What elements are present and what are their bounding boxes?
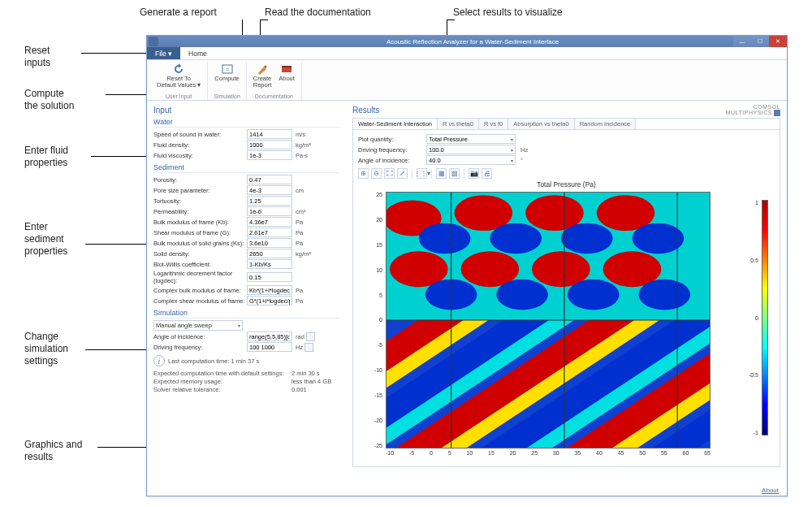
zoom-box-icon[interactable]: ⛶: [384, 168, 395, 179]
grid-3d-icon[interactable]: ▧: [449, 168, 460, 179]
field-input[interactable]: [247, 296, 292, 306]
menu-file[interactable]: File ▾: [147, 47, 180, 59]
results-panel: Results COMSOL MULTIPHYSICS Water-Sedime…: [346, 101, 787, 496]
result-tab[interactable]: Absorption vs theta0: [508, 119, 574, 129]
footer-about-link[interactable]: About: [762, 487, 779, 494]
plot-area: Total Pressure (Pa) 2520151050-5-10-15-2…: [358, 180, 775, 465]
compute-icon: =: [221, 63, 234, 75]
last-computation-label: Last computation time: 1 min 37 s: [168, 358, 259, 365]
field-row: Complex shear modulus of frame:Pa: [153, 296, 339, 306]
field-row: Bulk modulus of solid grains (Ks):Pa: [153, 238, 339, 248]
control-select[interactable]: 40.0: [426, 155, 516, 165]
field-row: Logarithmic decrement factor (logdec):: [153, 270, 339, 284]
field-label: Permeability:: [153, 208, 247, 215]
control-unit: °: [520, 157, 523, 164]
field-input[interactable]: [247, 272, 292, 282]
annotation-compute: Compute the solution: [24, 88, 74, 112]
field-row: Bulk modulus of frame (Kb):Pa: [153, 217, 339, 227]
field-unit: cm²: [296, 208, 306, 215]
control-select[interactable]: Total Pressure: [426, 134, 516, 144]
field-row: Permeability:cm²: [153, 206, 339, 216]
field-row: Driving frequency:Hz: [153, 342, 339, 352]
zoom-in-icon[interactable]: ⊕: [358, 168, 369, 179]
svg-point-33: [638, 280, 690, 310]
field-unit: Hz: [296, 344, 303, 351]
field-unit: m/s: [296, 131, 305, 138]
annotation-docs: Read the documentation: [265, 6, 371, 19]
ribbon-group-label: User Input: [153, 93, 204, 100]
zoom-out-icon[interactable]: ⊖: [371, 168, 382, 179]
colorbar: [762, 200, 768, 436]
result-tab[interactable]: R vs f0: [479, 119, 508, 129]
control-label: Driving frequency:: [358, 146, 421, 154]
maximize-button[interactable]: ☐: [751, 36, 769, 47]
reset-button[interactable]: Reset To Default Values ▾: [153, 62, 204, 93]
field-unit: Pa: [296, 219, 303, 226]
field-input[interactable]: [247, 217, 292, 227]
window-title: Acoustic Reflection Analyzer for a Water…: [158, 38, 787, 46]
grid-2d-icon[interactable]: ▦: [436, 168, 447, 179]
field-input[interactable]: [247, 206, 292, 216]
field-label: Angle of incidence:: [153, 333, 247, 340]
field-label: Speed of sound in water:: [153, 131, 247, 138]
svg-point-31: [496, 280, 548, 310]
field-input[interactable]: [247, 259, 292, 269]
print-icon[interactable]: 🖨: [482, 168, 492, 179]
y-axis: 2520151050-5-10-15-20-25: [366, 192, 382, 448]
result-tab[interactable]: R vs theta0: [438, 119, 479, 129]
result-tab[interactable]: Water-Sediment Interaction: [353, 119, 438, 129]
simulation-header: Simulation: [153, 309, 339, 318]
menu-home[interactable]: Home: [180, 47, 215, 59]
results-title: Results: [352, 106, 780, 115]
field-label: Complex bulk modulus of frame:: [153, 287, 247, 294]
field-row: Speed of sound in water:m/s: [153, 129, 339, 139]
field-label: Pore size parameter:: [153, 187, 247, 194]
svg-point-23: [490, 223, 542, 254]
meta-label: Expected memory usage:: [153, 378, 292, 385]
about-button[interactable]: About: [275, 62, 298, 93]
field-input[interactable]: [247, 332, 292, 341]
control-select[interactable]: 100.0: [426, 145, 516, 154]
axes-icon[interactable]: ⋮⋮▾: [417, 168, 427, 179]
field-input[interactable]: [247, 185, 292, 195]
field-row: Angle of incidence:rad: [153, 332, 339, 341]
svg-point-24: [561, 223, 613, 254]
result-tab[interactable]: Random Incidence: [575, 119, 637, 129]
field-action-button[interactable]: [304, 343, 313, 352]
field-input[interactable]: [247, 285, 292, 295]
field-label: Logarithmic decrement factor (logdec):: [153, 270, 247, 284]
snapshot-icon[interactable]: 📷: [469, 168, 479, 179]
chart-canvas[interactable]: [386, 192, 710, 448]
plot-toolbar: ⊕ ⊖ ⛶ ⤢ ⋮⋮▾ ▦ ▧ 📷 🖨: [358, 168, 775, 179]
field-input[interactable]: [247, 140, 292, 150]
field-unit: Pa·s: [296, 152, 308, 159]
annotation-fluid: Enter fluid properties: [24, 145, 68, 169]
colorbar-labels: 10.50-0.5-1: [749, 200, 758, 436]
field-input[interactable]: [247, 196, 292, 206]
field-input[interactable]: [247, 129, 292, 139]
annotation-sim: Change simulation settings: [24, 331, 68, 367]
field-input[interactable]: [247, 228, 292, 237]
field-input[interactable]: [247, 342, 292, 352]
field-unit: Pa: [296, 229, 303, 236]
control-unit: Hz: [520, 146, 528, 154]
reset-icon: [172, 63, 185, 75]
field-row: Complex bulk modulus of frame:Pa: [153, 285, 339, 295]
field-input[interactable]: [247, 175, 292, 184]
compute-button[interactable]: = Compute: [211, 62, 242, 93]
annotation-sediment: Enter sediment properties: [24, 221, 67, 258]
control-label: Plot quantity:: [358, 136, 421, 143]
field-input[interactable]: [247, 238, 292, 248]
field-input[interactable]: [247, 249, 292, 258]
create-report-button[interactable]: Create Report: [250, 62, 275, 93]
minimize-button[interactable]: —: [733, 36, 751, 47]
field-action-button[interactable]: [306, 332, 315, 341]
sim-mode-select[interactable]: Manual angle sweep: [153, 320, 243, 331]
titlebar: Acoustic Reflection Analyzer for a Water…: [147, 36, 787, 47]
sediment-header: Sediment: [153, 163, 339, 173]
menubar: File ▾ Home: [147, 47, 787, 60]
svg-point-2: [265, 66, 267, 68]
field-input[interactable]: [247, 150, 292, 160]
zoom-extents-icon[interactable]: ⤢: [397, 168, 408, 179]
close-button[interactable]: ✕: [769, 36, 787, 47]
